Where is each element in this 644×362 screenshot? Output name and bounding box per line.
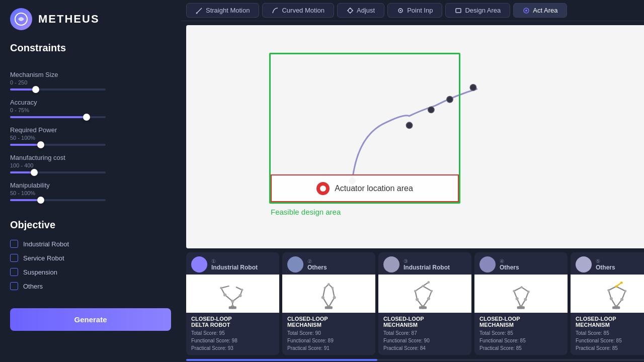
svg-line-50 (423, 286, 432, 291)
result-score-2: Total Score: 90 Functional Score: 89 Pra… (287, 329, 370, 352)
mechanism-size-range: 0 - 250 (10, 79, 171, 85)
result-rank-1: ① (211, 258, 258, 264)
result-rank-5: ⑤ (596, 258, 615, 264)
scrollbar-thumb[interactable] (186, 359, 377, 361)
result-card-1[interactable]: ① Industrial Robot (186, 252, 279, 355)
point-inp-button[interactable]: Point Inp (387, 3, 442, 18)
svg-line-1 (197, 8, 202, 13)
result-image-1 (186, 275, 279, 313)
act-area-button[interactable]: Act Area (513, 3, 567, 18)
result-type-4: Others (500, 264, 519, 271)
result-rank-4: ④ (500, 258, 519, 264)
curved-motion-button[interactable]: Curved Motion (262, 3, 334, 18)
result-header-5: ⑤ Others (571, 252, 644, 275)
svg-point-70 (527, 291, 530, 293)
act-area-label: Act Area (533, 7, 557, 14)
svg-line-23 (221, 286, 229, 288)
result-rank-2: ② (307, 258, 327, 264)
result-avatar-4 (479, 256, 496, 273)
design-area-button[interactable]: Design Area (445, 3, 510, 18)
checkbox-others-label: Others (23, 283, 43, 290)
point-inp-label: Point Inp (407, 7, 433, 14)
results-scrollbar[interactable] (181, 359, 644, 362)
manufacturing-cost-label: Manufacturing cost (10, 154, 171, 161)
result-mech-name-3: CLOSED-LOOPMECHANISM (383, 316, 466, 328)
svg-point-81 (610, 297, 613, 300)
result-footer-2: CLOSED-LOOPMECHANISM Total Score: 90 Fun… (282, 313, 375, 355)
svg-point-56 (431, 290, 433, 292)
mechanism-size-constraint: Mechanism Size 0 - 250 (10, 71, 171, 90)
result-image-3 (378, 275, 471, 313)
canvas-area: Actuator location area Feasible design a… (186, 25, 644, 248)
checkbox-suspension-label: Suspension (23, 268, 57, 276)
result-mech-name-1: CLOSED-LOOPDELTA ROBOT (191, 316, 274, 328)
svg-point-58 (428, 281, 430, 284)
result-card-4[interactable]: ④ Others (474, 252, 568, 355)
result-score-3: Total Score: 87 Functional Score: 90 Pra… (383, 329, 466, 352)
adjust-label: Adjust (357, 7, 375, 14)
accuracy-slider[interactable] (10, 116, 106, 118)
checkbox-industrial-robot[interactable]: Industrial Robot (10, 240, 171, 248)
curve-icon (272, 7, 279, 14)
results-row: ① Industrial Robot (181, 248, 644, 359)
circle-dot-icon (523, 7, 530, 14)
generate-button[interactable]: Generate (10, 308, 171, 331)
checkbox-service-robot[interactable]: Service Robot (10, 254, 171, 262)
crosshair-icon (347, 7, 354, 14)
result-type-2: Others (307, 264, 327, 271)
checkbox-suspension[interactable]: Suspension (10, 268, 171, 276)
result-score-4: Total Score: 85 Functional Score: 85 Pra… (479, 329, 562, 352)
result-card-3[interactable]: ③ Industrial Robot (378, 252, 471, 355)
constraints-title: Constraints (10, 42, 171, 54)
actuator-box: Actuator location area (271, 174, 459, 202)
result-score-5: Total Score: 85 Functional Score: 85 Pra… (576, 329, 644, 352)
logo-area: METHEUS (10, 8, 171, 30)
checkbox-service-robot-label: Service Robot (23, 254, 64, 262)
mechanism-size-slider[interactable] (10, 88, 106, 90)
checkbox-suspension-box[interactable] (10, 268, 18, 276)
checkbox-industrial-robot-label: Industrial Robot (23, 240, 69, 248)
checkbox-others-box[interactable] (10, 282, 18, 290)
svg-line-78 (616, 287, 625, 291)
app-logo (10, 8, 32, 30)
design-area-label: Design Area (465, 7, 501, 14)
result-image-5 (571, 275, 644, 313)
point-icon (397, 7, 404, 14)
result-mech-name-5: CLOSED-LOOPMECHANISM (576, 316, 644, 328)
manipulability-slider[interactable] (10, 199, 106, 201)
svg-rect-72 (517, 306, 525, 309)
svg-point-3 (348, 9, 352, 13)
svg-point-69 (513, 290, 516, 292)
checkbox-industrial-robot-box[interactable] (10, 240, 18, 248)
result-type-5: Others (596, 264, 615, 271)
adjust-button[interactable]: Adjust (337, 3, 384, 18)
result-footer-4: CLOSED-LOOPMECHANISM Total Score: 85 Fun… (474, 313, 568, 355)
toolbar: Straight Motion Curved Motion Adjust P (181, 0, 644, 21)
svg-line-64 (514, 287, 522, 291)
required-power-slider[interactable] (10, 144, 106, 146)
result-image-2 (282, 275, 375, 313)
result-card-2[interactable]: ② Others (282, 252, 375, 355)
checkbox-others[interactable]: Others (10, 282, 171, 290)
manufacturing-cost-slider[interactable] (10, 171, 106, 173)
svg-point-54 (427, 297, 430, 300)
scrollbar-track (186, 359, 644, 361)
curved-motion-label: Curved Motion (282, 7, 325, 14)
svg-rect-59 (419, 306, 427, 309)
checkbox-service-robot-box[interactable] (10, 254, 18, 262)
result-header-4: ④ Others (474, 252, 568, 275)
result-avatar-2 (287, 256, 303, 273)
result-image-4 (474, 275, 568, 313)
straight-motion-button[interactable]: Straight Motion (186, 3, 259, 18)
manipulability-range: 50 - 100% (10, 190, 171, 196)
result-avatar-5 (576, 256, 592, 273)
actuator-icon-inner (320, 186, 326, 192)
svg-point-67 (516, 297, 519, 300)
svg-point-53 (416, 298, 419, 301)
manipulability-constraint: Manipulability 50 - 100% (10, 182, 171, 201)
result-card-5[interactable]: ⑤ Others (571, 252, 644, 355)
result-avatar-1 (191, 256, 207, 273)
svg-point-71 (521, 286, 523, 289)
feasible-label: Feasible design area (271, 208, 341, 216)
result-mech-name-2: CLOSED-LOOPMECHANISM (287, 316, 370, 328)
